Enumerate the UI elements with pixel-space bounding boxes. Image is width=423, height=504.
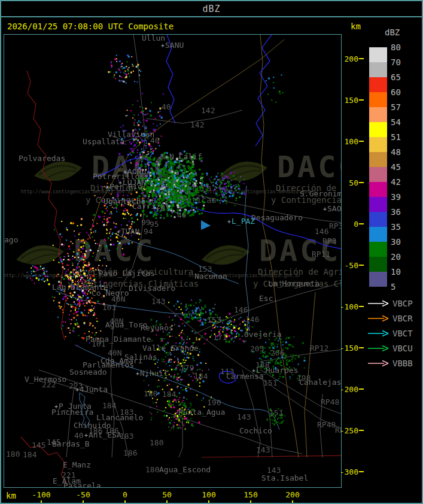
map-label: 221: [62, 472, 75, 478]
colorbar-tick-label: 60: [391, 87, 411, 97]
map-label: S.Geronimo: [300, 191, 342, 197]
map-label: 146: [245, 317, 259, 323]
map-label: 183: [120, 433, 133, 439]
y-axis-tick: [359, 347, 364, 348]
map-label: 101: [92, 341, 105, 347]
colorbar-swatch: [369, 182, 387, 197]
map-label: 146: [315, 229, 328, 235]
map-label: 186: [123, 450, 137, 456]
legend-row: VBCU: [367, 341, 422, 356]
map-label: +N_Calif: [165, 154, 202, 160]
map-label: 184: [194, 374, 208, 379]
vector-arrow-icon: [367, 345, 389, 352]
colorbar-tick-label: 80: [391, 42, 411, 52]
y-axis-tick: [359, 471, 364, 472]
legend-label: VBCU: [392, 344, 413, 353]
legend-label: VBBB: [392, 359, 413, 368]
map-label: Polvaredas: [19, 156, 65, 162]
colorbar-tick-label: 70: [391, 57, 411, 67]
map-label: 179: [180, 365, 194, 371]
colorbar-title: dBZ: [385, 28, 400, 37]
colorbar-tick-label: 10: [391, 267, 411, 277]
legend-row: VBCR: [367, 311, 422, 326]
map-label: 143: [256, 447, 270, 453]
vertical-axis-unit-label: km: [351, 22, 361, 31]
map-label: 143: [267, 467, 281, 473]
vector-legend: VBCPVBCRVBCTVBCUVBBB: [367, 296, 422, 371]
map-label: 206: [270, 350, 284, 356]
station-marker-icon: +: [123, 169, 127, 175]
map-label: Pincheira: [51, 409, 93, 415]
map-label: Ovejeria: [244, 332, 282, 338]
map-label: 184: [162, 391, 176, 397]
map-label: 190: [207, 400, 221, 406]
x-axis-tick: [124, 500, 126, 504]
map-label: 40: [177, 212, 187, 218]
map-label: 153: [198, 266, 212, 272]
map-label: RP48: [321, 399, 339, 405]
map-label: Uspallata: [83, 139, 124, 145]
colorbar-swatch: [369, 62, 387, 77]
map-label: 180: [150, 440, 163, 446]
map-label: 180: [145, 467, 159, 473]
timestamp-label: 2026/01/25 07:08:00 UTC Composite: [7, 22, 174, 31]
map-label: 205: [250, 346, 264, 352]
vector-arrow-icon: [367, 315, 389, 322]
map-label: 186: [105, 428, 118, 434]
colorbar-tick-label: 30: [391, 237, 411, 247]
window-title: dBZ: [202, 4, 220, 14]
map-label: 151: [263, 380, 277, 386]
map-label: 184: [23, 452, 36, 458]
x-axis-tick-label: 50: [149, 490, 185, 499]
vector-arrow-icon: [367, 330, 389, 337]
map-label: 40: [74, 433, 84, 439]
legend-label: VBCT: [392, 329, 413, 338]
map-label: Punta_Agua: [178, 409, 225, 415]
map-label: Cochico: [239, 428, 272, 434]
map-label: 113: [220, 369, 234, 375]
map-label: +Nihuil: [136, 371, 168, 377]
map-label: 146: [234, 307, 248, 313]
colorbar-swatch: [369, 272, 387, 287]
map-label: 180: [6, 451, 20, 457]
y-axis-tick: [359, 388, 364, 390]
horizontal-axis: km -100-50050100150200: [1, 489, 422, 504]
map-label: Paso_Lajitas: [99, 271, 155, 277]
colorbar-swatch: [369, 197, 387, 212]
map-label: Sta.Isabel: [261, 475, 308, 481]
colorbar-swatch: [369, 152, 387, 167]
map-label: Reyunos: [141, 325, 174, 331]
map-label: 94: [144, 229, 153, 235]
y-axis-tick: [359, 99, 364, 101]
colorbar-tick-label: 20: [391, 252, 411, 262]
colorbar-tick-label: 39: [391, 192, 411, 202]
colorbar-swatch: [369, 212, 387, 227]
colorbar-swatch: [369, 257, 387, 272]
colorbar-tick-label: 65: [391, 72, 411, 82]
colorbar-tick-label: 45: [391, 162, 411, 172]
map-label: RP3: [329, 223, 342, 229]
map-label: RP3: [322, 238, 336, 244]
x-axis-tick-label: 0: [107, 490, 143, 499]
station-marker-icon: +: [165, 154, 169, 160]
station-marker-icon: +: [136, 371, 139, 377]
x-axis-tick: [292, 500, 293, 504]
colorbar-tick-label: 54: [391, 117, 411, 127]
colorbar: [369, 47, 387, 287]
map-label: 40N: [111, 296, 125, 302]
map-label: +SANU: [161, 42, 184, 49]
legend-row: VBCT: [367, 326, 422, 341]
colorbar-swatch: [369, 137, 387, 152]
map-label: 180: [144, 391, 157, 397]
x-axis-tick: [250, 500, 251, 504]
map-label: +TUAN: [117, 229, 139, 235]
colorbar-swatch: [369, 92, 387, 107]
colorbar-tick-label: 48: [391, 147, 411, 157]
x-axis-tick-label: -50: [65, 490, 101, 499]
map-label: Carrizal: [132, 204, 170, 210]
radar-map: DACCDirección de Agriculturay Contingenc…: [4, 34, 342, 488]
legend-row: VBBB: [367, 356, 422, 371]
map-label: 222: [42, 382, 56, 388]
colorbar-tick-label: 42: [391, 177, 411, 187]
colorbar-tick-label: 51: [391, 132, 411, 142]
